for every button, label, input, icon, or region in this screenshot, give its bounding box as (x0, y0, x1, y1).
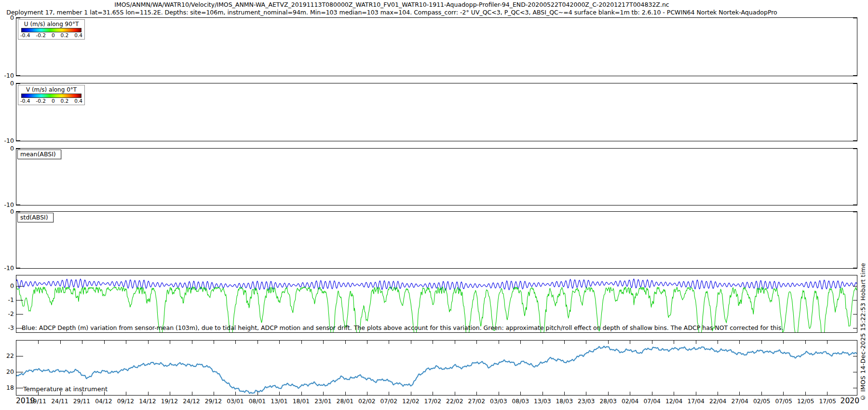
jet-colorbar (21, 94, 81, 98)
y-tick-mark (16, 372, 23, 372)
x-tick-label: 12/04 (665, 398, 682, 405)
x-tick-mark (323, 341, 324, 344)
x-tick-mark (455, 341, 455, 344)
y-tick-mark (853, 372, 857, 372)
panel-u-velocity: 0 -10 U (m/s) along 90°T -0.4 -0.2 0 0.2… (16, 17, 857, 76)
x-tick-mark (345, 392, 346, 395)
y-tick-mark (853, 212, 857, 212)
y-tick-mark (853, 75, 857, 76)
y-tick-label: 0 (10, 283, 14, 289)
x-tick-mark (389, 392, 389, 395)
x-tick-mark (739, 392, 740, 395)
y-tick-mark (16, 286, 23, 287)
colorbar-tick: 0.4 (74, 98, 82, 104)
x-tick-mark (38, 392, 39, 395)
x-tick-label: 27/02 (468, 398, 485, 405)
x-tick-mark (323, 392, 324, 395)
x-tick-label: 02/04 (622, 398, 638, 405)
y-tick-label: -10 (4, 138, 14, 144)
temperature-label: Temperature at instrument (23, 385, 108, 393)
jet-colorbar (21, 28, 81, 32)
x-tick-mark (783, 341, 784, 344)
x-tick-mark (192, 341, 192, 344)
x-tick-mark (170, 392, 170, 395)
x-tick-mark (608, 341, 609, 344)
x-tick-mark (674, 341, 674, 344)
y-tick-mark (16, 388, 23, 388)
x-tick-label: 09/12 (117, 398, 134, 405)
x-tick-label: 18/01 (293, 398, 310, 405)
x-tick-mark (235, 341, 236, 344)
colorbar-tick-labels: -0.4 -0.2 0 0.2 0.4 (20, 98, 82, 104)
x-axis-year-end: 2020 (841, 396, 859, 405)
mean-absi-label: mean(ABSI) (17, 150, 61, 159)
x-tick-mark (652, 392, 652, 395)
x-tick-mark (104, 392, 105, 395)
y-tick-mark (16, 75, 20, 76)
x-tick-label: 28/03 (599, 398, 616, 405)
colorbar-tick: 0.2 (61, 32, 69, 39)
x-tick-label: 17/02 (424, 398, 441, 405)
x-tick-label: 28/01 (337, 398, 353, 405)
y-tick-mark (16, 140, 20, 141)
colorbar-tick: -0.2 (36, 98, 46, 104)
y-tick-mark (853, 314, 857, 314)
y-tick-label: -10 (4, 73, 14, 79)
x-tick-mark (718, 341, 718, 344)
y-tick-mark (853, 356, 857, 356)
imos-copyright-watermark: © IMOS 14-Dec-2025 15:22:53 Hobart time (859, 263, 867, 401)
x-tick-mark (718, 392, 718, 395)
x-tick-mark (104, 341, 105, 344)
y-tick-label: 0 (10, 81, 14, 87)
x-tick-mark (761, 392, 762, 395)
x-tick-label: 02/02 (358, 398, 375, 405)
y-tick-mark (853, 286, 857, 287)
x-tick-mark (214, 392, 214, 395)
depth-annotation: Blue: ADCP Depth (m) variation from sens… (22, 324, 783, 331)
panel-depth-variation: 0 -1 -2 -3 Blue: ADCP Depth (m) variatio… (16, 275, 857, 333)
x-tick-mark (148, 341, 149, 344)
y-tick-mark (16, 300, 23, 301)
y-tick-label: -10 (4, 202, 14, 208)
x-tick-mark (60, 341, 61, 344)
x-tick-mark (608, 392, 609, 395)
x-tick-mark (520, 392, 521, 395)
y-tick-mark (16, 314, 23, 314)
x-tick-mark (739, 341, 740, 344)
x-tick-mark (455, 392, 455, 395)
x-tick-mark (367, 341, 367, 344)
x-tick-mark (411, 341, 411, 344)
colorbar-tick: 0 (52, 98, 55, 104)
x-axis-tick-row: 2019 2020 19/1124/1129/1104/1209/1214/12… (16, 396, 857, 407)
x-tick-label: 18/03 (556, 398, 573, 405)
x-tick-mark (783, 392, 784, 395)
x-tick-mark (499, 392, 499, 395)
x-tick-label: 23/03 (578, 398, 595, 405)
x-tick-mark (674, 392, 674, 395)
x-tick-mark (301, 341, 302, 344)
x-tick-mark (630, 392, 630, 395)
y-tick-mark (16, 212, 20, 212)
x-tick-label: 12/05 (797, 398, 814, 405)
panel-v-velocity: 0 -10 V (m/s) along 0°T -0.4 -0.2 0 0.2 … (16, 83, 857, 141)
y-tick-label: -2 (8, 311, 14, 317)
x-tick-label: 24/11 (51, 398, 68, 405)
x-tick-label: 24/12 (183, 398, 200, 405)
x-tick-label: 14/12 (139, 398, 156, 405)
x-tick-mark (38, 341, 39, 344)
x-tick-label: 29/12 (205, 398, 222, 405)
y-tick-label: 20 (6, 369, 14, 375)
x-tick-mark (586, 341, 586, 344)
y-tick-label: -3 (8, 325, 14, 331)
x-tick-mark (279, 341, 280, 344)
temperature-chart (16, 341, 857, 395)
colorbar-tick: -0.2 (36, 32, 46, 39)
y-tick-mark (16, 83, 20, 84)
x-tick-mark (214, 341, 214, 344)
figure-title: IMOS/ANMN/WA/WATR10/Velocity/IMOS_ANMN-W… (0, 1, 784, 16)
v-velocity-legend: V (m/s) along 0°T -0.4 -0.2 0 0.2 0.4 (18, 85, 85, 105)
x-tick-label: 27/04 (731, 398, 748, 405)
x-tick-label: 23/01 (314, 398, 331, 405)
y-tick-label: 22 (6, 353, 14, 359)
x-tick-mark (499, 341, 499, 344)
